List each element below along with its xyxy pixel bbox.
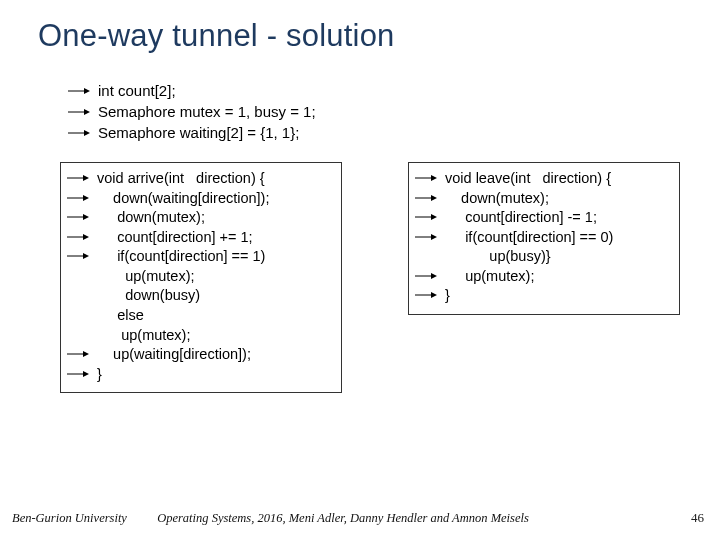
code-line: down(busy) (97, 286, 200, 306)
decl-text: int count[2]; (98, 82, 176, 99)
decl-line: Semaphore mutex = 1, busy = 1; (68, 101, 316, 122)
code-line: if(count[direction] == 0) (445, 228, 613, 248)
footer-credit: Operating Systems, 2016, Meni Adler, Dan… (157, 511, 529, 525)
bullet-arrow-icon (68, 128, 98, 138)
bullet-arrow-icon (67, 345, 97, 359)
bullet-arrow-icon (68, 86, 98, 96)
decl-line: int count[2]; (68, 80, 316, 101)
code-line: up(busy)} (445, 247, 551, 267)
bullet-arrow-icon (67, 189, 97, 203)
bullet-arrow-icon (415, 286, 445, 300)
bullet-arrow-icon (415, 267, 445, 281)
bullet-arrow-icon (67, 208, 97, 222)
code-line: if(count[direction] == 1) (97, 247, 265, 267)
arrive-block: void arrive(int direction) { down(waitin… (60, 162, 342, 393)
code-line: void leave(int direction) { (445, 169, 611, 189)
code-line: } (445, 286, 450, 306)
footer-university: Ben-Gurion University (12, 511, 154, 526)
bullet-arrow-icon (67, 247, 97, 261)
code-line: down(mutex); (445, 189, 549, 209)
leave-block: void leave(int direction) { down(mutex);… (408, 162, 680, 315)
bullet-arrow-icon (415, 208, 445, 222)
declarations: int count[2]; Semaphore mutex = 1, busy … (68, 80, 316, 143)
code-line: count[direction] += 1; (97, 228, 253, 248)
code-line: down(mutex); (97, 208, 205, 228)
slide-title: One-way tunnel - solution (38, 18, 395, 54)
code-box: void leave(int direction) { down(mutex);… (408, 162, 680, 315)
code-line: count[direction] -= 1; (445, 208, 597, 228)
page-number: 46 (691, 510, 704, 526)
code-line: } (97, 365, 102, 385)
footer: Ben-Gurion University Operating Systems,… (12, 511, 529, 526)
code-line: void arrive(int direction) { (97, 169, 265, 189)
code-line: up(waiting[direction]); (97, 345, 251, 365)
code-line: up(mutex); (445, 267, 534, 287)
bullet-arrow-icon (415, 228, 445, 242)
decl-text: Semaphore mutex = 1, busy = 1; (98, 103, 316, 120)
code-line: up(mutex); (97, 326, 190, 346)
bullet-arrow-icon (67, 228, 97, 242)
bullet-arrow-icon (68, 107, 98, 117)
bullet-arrow-icon (415, 169, 445, 183)
code-box: void arrive(int direction) { down(waitin… (60, 162, 342, 393)
code-line: down(waiting[direction]); (97, 189, 269, 209)
decl-text: Semaphore waiting[2] = {1, 1}; (98, 124, 299, 141)
bullet-arrow-icon (415, 189, 445, 203)
decl-line: Semaphore waiting[2] = {1, 1}; (68, 122, 316, 143)
code-line: else (97, 306, 144, 326)
bullet-arrow-icon (67, 169, 97, 183)
code-line: up(mutex); (97, 267, 195, 287)
bullet-arrow-icon (67, 365, 97, 379)
